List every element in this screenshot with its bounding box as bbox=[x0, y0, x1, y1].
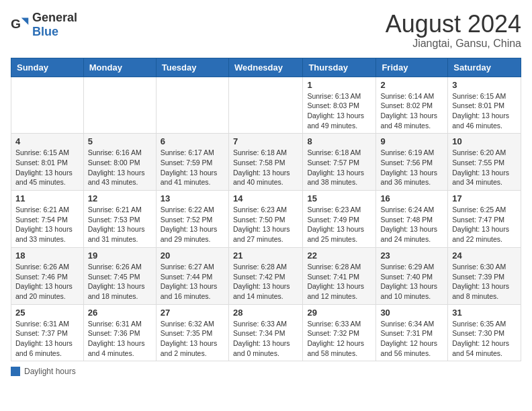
week-row-5: 25Sunrise: 6:31 AMSunset: 7:37 PMDayligh… bbox=[11, 304, 521, 361]
calendar-cell: 21Sunrise: 6:28 AMSunset: 7:42 PMDayligh… bbox=[228, 247, 302, 304]
day-info: Sunrise: 6:20 AMSunset: 7:55 PMDaylight:… bbox=[452, 148, 517, 187]
calendar-cell: 8Sunrise: 6:18 AMSunset: 7:57 PMDaylight… bbox=[303, 134, 376, 191]
day-number: 15 bbox=[307, 193, 371, 203]
day-number: 24 bbox=[452, 250, 517, 261]
day-info: Sunrise: 6:31 AMSunset: 7:37 PMDaylight:… bbox=[15, 319, 79, 359]
legend: Daylight hours bbox=[11, 367, 521, 376]
weekday-header-tuesday: Tuesday bbox=[156, 58, 228, 77]
logo: G General Blue bbox=[11, 11, 77, 39]
day-number: 19 bbox=[88, 250, 152, 261]
logo-icon: G bbox=[11, 15, 30, 34]
calendar-cell: 17Sunrise: 6:25 AMSunset: 7:47 PMDayligh… bbox=[448, 191, 521, 248]
day-info: Sunrise: 6:19 AMSunset: 7:56 PMDaylight:… bbox=[380, 148, 443, 187]
day-info: Sunrise: 6:33 AMSunset: 7:34 PMDaylight:… bbox=[233, 319, 298, 359]
calendar-cell: 30Sunrise: 6:34 AMSunset: 7:31 PMDayligh… bbox=[376, 304, 448, 361]
day-number: 5 bbox=[88, 136, 152, 146]
calendar-cell: 9Sunrise: 6:19 AMSunset: 7:56 PMDaylight… bbox=[376, 134, 448, 191]
calendar-cell: 31Sunrise: 6:35 AMSunset: 7:30 PMDayligh… bbox=[448, 304, 521, 361]
day-number: 2 bbox=[380, 80, 443, 90]
calendar-cell: 26Sunrise: 6:31 AMSunset: 7:36 PMDayligh… bbox=[83, 304, 156, 361]
calendar-cell: 3Sunrise: 6:15 AMSunset: 8:01 PMDaylight… bbox=[448, 77, 521, 134]
page-title: August 2024 bbox=[386, 11, 521, 38]
calendar-cell: 24Sunrise: 6:30 AMSunset: 7:39 PMDayligh… bbox=[448, 247, 521, 304]
day-number: 20 bbox=[161, 250, 224, 261]
day-number: 26 bbox=[88, 308, 152, 318]
day-info: Sunrise: 6:18 AMSunset: 7:58 PMDaylight:… bbox=[233, 148, 298, 187]
calendar-cell: 18Sunrise: 6:26 AMSunset: 7:46 PMDayligh… bbox=[11, 247, 84, 304]
day-info: Sunrise: 6:24 AMSunset: 7:48 PMDaylight:… bbox=[380, 205, 443, 244]
day-number: 30 bbox=[380, 308, 443, 318]
day-number: 13 bbox=[161, 193, 224, 203]
day-number: 22 bbox=[307, 250, 371, 261]
calendar-cell: 12Sunrise: 6:21 AMSunset: 7:53 PMDayligh… bbox=[83, 191, 156, 248]
calendar-cell bbox=[11, 77, 84, 134]
day-number: 1 bbox=[307, 80, 371, 90]
day-number: 9 bbox=[380, 136, 443, 146]
week-row-4: 18Sunrise: 6:26 AMSunset: 7:46 PMDayligh… bbox=[11, 247, 521, 304]
day-info: Sunrise: 6:27 AMSunset: 7:44 PMDaylight:… bbox=[161, 262, 224, 302]
calendar-cell bbox=[83, 77, 156, 134]
calendar-table: SundayMondayTuesdayWednesdayThursdayFrid… bbox=[11, 58, 521, 362]
legend-label: Daylight hours bbox=[24, 367, 76, 376]
calendar-cell: 28Sunrise: 6:33 AMSunset: 7:34 PMDayligh… bbox=[228, 304, 302, 361]
day-number: 18 bbox=[15, 250, 79, 261]
legend-color-box bbox=[11, 367, 20, 376]
day-number: 4 bbox=[15, 136, 79, 146]
day-info: Sunrise: 6:31 AMSunset: 7:36 PMDaylight:… bbox=[88, 319, 152, 359]
day-number: 11 bbox=[15, 193, 79, 203]
day-info: Sunrise: 6:30 AMSunset: 7:39 PMDaylight:… bbox=[452, 262, 517, 302]
calendar-cell: 6Sunrise: 6:17 AMSunset: 7:59 PMDaylight… bbox=[156, 134, 228, 191]
calendar-cell: 16Sunrise: 6:24 AMSunset: 7:48 PMDayligh… bbox=[376, 191, 448, 248]
day-info: Sunrise: 6:34 AMSunset: 7:31 PMDaylight:… bbox=[380, 319, 443, 359]
day-info: Sunrise: 6:35 AMSunset: 7:30 PMDaylight:… bbox=[452, 319, 517, 359]
weekday-header-row: SundayMondayTuesdayWednesdayThursdayFrid… bbox=[11, 58, 521, 77]
calendar-cell: 4Sunrise: 6:15 AMSunset: 8:01 PMDaylight… bbox=[11, 134, 84, 191]
calendar-cell: 5Sunrise: 6:16 AMSunset: 8:00 PMDaylight… bbox=[83, 134, 156, 191]
weekday-header-monday: Monday bbox=[83, 58, 156, 77]
day-info: Sunrise: 6:15 AMSunset: 8:01 PMDaylight:… bbox=[452, 91, 517, 131]
weekday-header-saturday: Saturday bbox=[448, 58, 521, 77]
day-info: Sunrise: 6:32 AMSunset: 7:35 PMDaylight:… bbox=[161, 319, 224, 359]
weekday-header-wednesday: Wednesday bbox=[228, 58, 302, 77]
week-row-1: 1Sunrise: 6:13 AMSunset: 8:03 PMDaylight… bbox=[11, 77, 521, 134]
svg-marker-1 bbox=[21, 18, 29, 26]
day-number: 7 bbox=[233, 136, 298, 146]
header: G General Blue August 2024 Jiangtai, Gan… bbox=[11, 11, 521, 50]
calendar-cell: 11Sunrise: 6:21 AMSunset: 7:54 PMDayligh… bbox=[11, 191, 84, 248]
day-info: Sunrise: 6:28 AMSunset: 7:42 PMDaylight:… bbox=[233, 262, 298, 302]
svg-text:G: G bbox=[11, 17, 21, 31]
day-number: 25 bbox=[15, 308, 79, 318]
day-number: 6 bbox=[161, 136, 224, 146]
day-info: Sunrise: 6:26 AMSunset: 7:45 PMDaylight:… bbox=[88, 262, 152, 302]
day-info: Sunrise: 6:33 AMSunset: 7:32 PMDaylight:… bbox=[307, 319, 371, 359]
day-number: 3 bbox=[452, 80, 517, 90]
logo-general: General bbox=[32, 11, 77, 24]
calendar-cell: 10Sunrise: 6:20 AMSunset: 7:55 PMDayligh… bbox=[448, 134, 521, 191]
day-number: 14 bbox=[233, 193, 298, 203]
day-info: Sunrise: 6:21 AMSunset: 7:54 PMDaylight:… bbox=[15, 205, 79, 244]
calendar-cell: 27Sunrise: 6:32 AMSunset: 7:35 PMDayligh… bbox=[156, 304, 228, 361]
day-number: 28 bbox=[233, 308, 298, 318]
day-info: Sunrise: 6:21 AMSunset: 7:53 PMDaylight:… bbox=[88, 205, 152, 244]
title-area: August 2024 Jiangtai, Gansu, China bbox=[386, 11, 521, 50]
day-info: Sunrise: 6:17 AMSunset: 7:59 PMDaylight:… bbox=[161, 148, 224, 187]
calendar-cell bbox=[228, 77, 302, 134]
day-info: Sunrise: 6:14 AMSunset: 8:02 PMDaylight:… bbox=[380, 91, 443, 131]
weekday-header-friday: Friday bbox=[376, 58, 448, 77]
day-number: 8 bbox=[307, 136, 371, 146]
day-info: Sunrise: 6:15 AMSunset: 8:01 PMDaylight:… bbox=[15, 148, 79, 187]
day-info: Sunrise: 6:18 AMSunset: 7:57 PMDaylight:… bbox=[307, 148, 371, 187]
weekday-header-sunday: Sunday bbox=[11, 58, 84, 77]
day-info: Sunrise: 6:28 AMSunset: 7:41 PMDaylight:… bbox=[307, 262, 371, 302]
week-row-2: 4Sunrise: 6:15 AMSunset: 8:01 PMDaylight… bbox=[11, 134, 521, 191]
day-number: 16 bbox=[380, 193, 443, 203]
calendar-cell: 2Sunrise: 6:14 AMSunset: 8:02 PMDaylight… bbox=[376, 77, 448, 134]
calendar-cell: 15Sunrise: 6:23 AMSunset: 7:49 PMDayligh… bbox=[303, 191, 376, 248]
day-number: 17 bbox=[452, 193, 517, 203]
day-number: 31 bbox=[452, 308, 517, 318]
calendar-cell: 13Sunrise: 6:22 AMSunset: 7:52 PMDayligh… bbox=[156, 191, 228, 248]
page-subtitle: Jiangtai, Gansu, China bbox=[386, 38, 521, 50]
day-info: Sunrise: 6:23 AMSunset: 7:50 PMDaylight:… bbox=[233, 205, 298, 244]
calendar-cell bbox=[156, 77, 228, 134]
day-info: Sunrise: 6:13 AMSunset: 8:03 PMDaylight:… bbox=[307, 91, 371, 131]
